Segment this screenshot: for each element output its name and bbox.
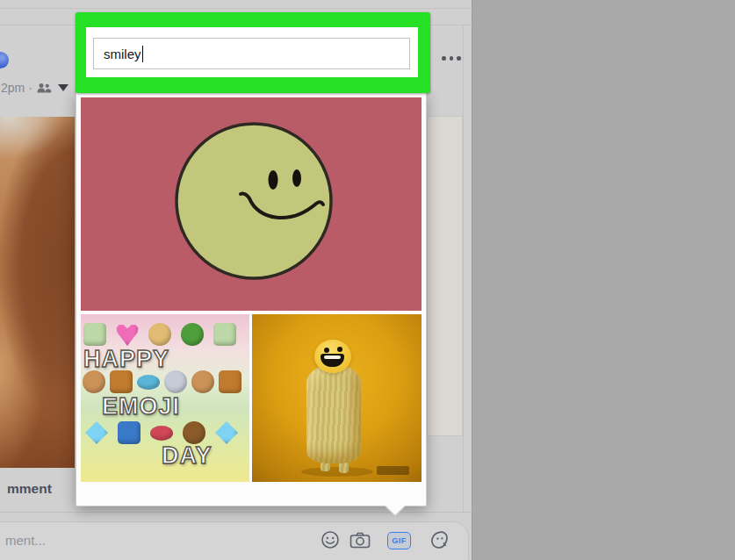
palm-tree-emoji bbox=[181, 323, 204, 346]
meta-dot-separator: · bbox=[28, 81, 32, 95]
tropical-fish-emoji bbox=[137, 375, 160, 390]
comment-input-placeholder[interactable]: ment... bbox=[5, 533, 46, 548]
water-wave-emoji bbox=[118, 421, 141, 444]
top-divider-line bbox=[0, 8, 472, 9]
post-photo-dog[interactable] bbox=[0, 117, 75, 468]
post-card-bottom-divider bbox=[0, 512, 472, 513]
emoji-row bbox=[83, 323, 236, 346]
gif-word-happy: HAPPY bbox=[83, 346, 169, 373]
dog-face-emoji bbox=[191, 370, 214, 393]
lips-emoji bbox=[150, 426, 173, 441]
gem-stone-emoji bbox=[85, 421, 108, 444]
gif-picker-popup: HAPPYEMOJIDAY bbox=[76, 91, 427, 506]
sticker-icon[interactable] bbox=[429, 529, 450, 551]
dropdown-caret-icon bbox=[58, 84, 68, 91]
noodle-bowl-emoji bbox=[148, 323, 171, 346]
gif-word-emoji: EMOJI bbox=[102, 393, 180, 420]
emoji-row bbox=[85, 421, 238, 444]
gif-picker-button[interactable]: GIF bbox=[387, 532, 411, 549]
gif-result-happy-emoji-day[interactable]: HAPPYEMOJIDAY bbox=[81, 314, 249, 482]
dog-face-emoji bbox=[83, 370, 105, 393]
poop-emoji bbox=[183, 421, 205, 444]
facebook-page-column: 2pm · mment ment... bbox=[0, 0, 472, 560]
post-photo-right-edge bbox=[427, 116, 463, 436]
gif-result-smiley-face[interactable] bbox=[81, 97, 422, 311]
euro-banknote-emoji bbox=[83, 323, 106, 346]
gif-search-input[interactable]: smiley bbox=[93, 38, 410, 69]
gif-word-day: DAY bbox=[162, 442, 213, 470]
highlight-inner-panel: smiley bbox=[86, 27, 418, 77]
comment-action-button[interactable]: mment bbox=[7, 481, 52, 497]
post-more-menu-button[interactable] bbox=[442, 56, 461, 61]
creature-teeth bbox=[324, 355, 341, 359]
hamburger-emoji bbox=[219, 370, 241, 393]
gem-stone-emoji bbox=[215, 421, 238, 444]
creature-smiley-head bbox=[314, 340, 351, 373]
text-cursor bbox=[142, 46, 144, 62]
emoji-row bbox=[83, 370, 241, 393]
highlight-box: smiley bbox=[76, 12, 430, 93]
creature-shadow bbox=[301, 467, 373, 477]
creature-eye bbox=[337, 347, 342, 352]
post-meta-row: 2pm · bbox=[1, 81, 68, 95]
attach-photo-camera-icon[interactable] bbox=[349, 530, 371, 549]
creature-eye bbox=[324, 348, 329, 353]
gif-result-fuzzy-smiley-creature[interactable] bbox=[252, 314, 422, 482]
hamburger-emoji bbox=[110, 370, 133, 393]
post-timestamp: 2pm bbox=[1, 81, 25, 95]
gif-search-value: smiley bbox=[104, 47, 141, 61]
gif-watermark bbox=[377, 466, 409, 475]
insert-emoji-icon[interactable] bbox=[320, 529, 341, 550]
cd-disc-emoji bbox=[164, 370, 187, 393]
euro-banknote-emoji bbox=[213, 323, 236, 346]
privacy-friends-icon bbox=[36, 83, 52, 94]
cutoff-blue-icon bbox=[0, 52, 9, 68]
sparkling-heart-emoji bbox=[116, 323, 139, 346]
creature-furry-body bbox=[306, 365, 361, 463]
screenshot-root: 2pm · mment ment... bbox=[0, 0, 735, 560]
post-card-right-edge bbox=[463, 25, 464, 512]
creature-mouth bbox=[321, 354, 344, 367]
